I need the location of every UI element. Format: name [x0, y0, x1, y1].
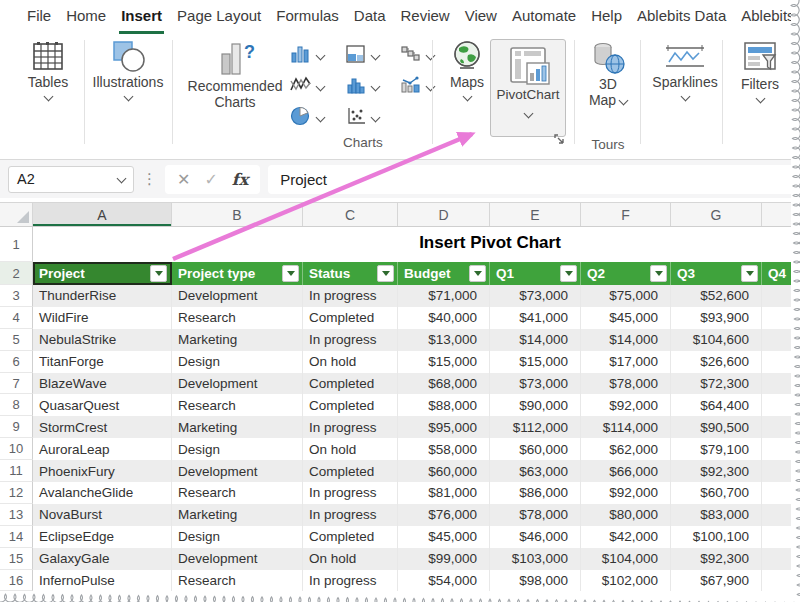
column-header-g[interactable]: G — [671, 203, 762, 226]
cell-project[interactable]: AvalancheGlide — [33, 482, 172, 504]
cell-q1[interactable]: $15,000 — [490, 351, 581, 373]
cell-q4[interactable] — [762, 394, 800, 416]
formula-input[interactable]: Project — [268, 165, 800, 194]
cell-status[interactable]: Completed — [303, 394, 398, 416]
pivotchart-button[interactable]: PivotChart — [490, 39, 566, 137]
waterfall-chart-button[interactable] — [400, 42, 434, 66]
cell-q2[interactable]: $45,000 — [581, 307, 671, 329]
cell-status[interactable]: On hold — [303, 351, 398, 373]
cell-status[interactable]: On hold — [303, 438, 398, 460]
filter-dropdown-button[interactable] — [469, 265, 486, 282]
cancel-entry-icon[interactable]: ✕ — [177, 170, 190, 189]
cell-project[interactable]: PhoenixFury — [33, 460, 172, 482]
recommended-charts-button[interactable]: ? Recommended Charts — [182, 40, 288, 110]
cell-status[interactable]: In progress — [303, 285, 398, 307]
cell-status[interactable]: In progress — [303, 482, 398, 504]
row-number[interactable]: 2 — [0, 262, 33, 285]
cell-q1[interactable]: $90,000 — [490, 394, 581, 416]
cell-status[interactable]: Completed — [303, 373, 398, 395]
filter-dropdown-button[interactable] — [150, 265, 167, 282]
filter-dropdown-button[interactable] — [741, 265, 758, 282]
cell-q3[interactable]: $92,300 — [671, 460, 762, 482]
cell-status[interactable]: In progress — [303, 504, 398, 526]
cell-q4[interactable] — [762, 285, 800, 307]
cell-project[interactable]: TitanForge — [33, 351, 172, 373]
cell-q2[interactable]: $78,000 — [581, 373, 671, 395]
cell-project[interactable]: InfernoPulse — [33, 570, 172, 592]
line-chart-button[interactable] — [290, 73, 324, 97]
cell-q4[interactable] — [762, 460, 800, 482]
hierarchy-chart-button[interactable] — [345, 42, 379, 66]
tab-review[interactable]: Review — [399, 2, 452, 34]
3d-map-button[interactable]: 3D Map — [580, 40, 636, 108]
cell-project[interactable]: NebulaStrike — [33, 329, 172, 351]
tab-insert[interactable]: Insert — [119, 2, 164, 34]
cell-project-type[interactable]: Development — [172, 285, 303, 307]
table-header-q1[interactable]: Q1 — [490, 262, 581, 285]
filters-button[interactable]: Filters — [728, 40, 792, 102]
filter-dropdown-button[interactable] — [282, 265, 299, 282]
cell-q2[interactable]: $102,000 — [581, 570, 671, 592]
table-header-project[interactable]: Project — [33, 262, 172, 285]
column-chart-button[interactable] — [290, 42, 324, 66]
cell-q4[interactable] — [762, 570, 800, 592]
cell-project[interactable]: EclipseEdge — [33, 526, 172, 548]
cell-budget[interactable]: $95,000 — [398, 416, 490, 438]
cell-project-type[interactable]: Research — [172, 482, 303, 504]
cell-status[interactable]: On hold — [303, 548, 398, 570]
column-header-c[interactable]: C — [303, 203, 398, 226]
filter-dropdown-button[interactable] — [377, 265, 394, 282]
tab-file[interactable]: File — [25, 2, 53, 34]
row-number[interactable]: 9 — [0, 416, 33, 438]
scatter-chart-button[interactable] — [345, 104, 379, 128]
cell-q4[interactable] — [762, 373, 800, 395]
cell-project-type[interactable]: Development — [172, 373, 303, 395]
tab-help[interactable]: Help — [589, 2, 624, 34]
sparklines-button[interactable]: Sparklines — [644, 40, 726, 100]
cell-project[interactable]: AuroraLeap — [33, 438, 172, 460]
tab-formulas[interactable]: Formulas — [274, 2, 341, 34]
cell-q1[interactable]: $98,000 — [490, 570, 581, 592]
cell-budget[interactable]: $68,000 — [398, 373, 490, 395]
cell-q1[interactable]: $86,000 — [490, 482, 581, 504]
column-header-e[interactable]: E — [490, 203, 581, 226]
cell-status[interactable]: In progress — [303, 329, 398, 351]
cell-q4[interactable] — [762, 482, 800, 504]
cell-q2[interactable]: $114,000 — [581, 416, 671, 438]
cell-q1[interactable]: $112,000 — [490, 416, 581, 438]
cell-q2[interactable]: $104,000 — [581, 548, 671, 570]
cell-q1[interactable]: $63,000 — [490, 460, 581, 482]
cell-budget[interactable]: $71,000 — [398, 285, 490, 307]
cell-q3[interactable]: $52,600 — [671, 285, 762, 307]
cell-budget[interactable]: $60,000 — [398, 460, 490, 482]
cell-status[interactable]: Completed — [303, 460, 398, 482]
cell-q3[interactable]: $67,900 — [671, 570, 762, 592]
cell-q4[interactable] — [762, 548, 800, 570]
cell-q1[interactable]: $73,000 — [490, 373, 581, 395]
cell-project[interactable]: StormCrest — [33, 416, 172, 438]
tab-automate[interactable]: Automate — [510, 2, 578, 34]
row-number[interactable]: 8 — [0, 394, 33, 416]
cell-q3[interactable]: $100,100 — [671, 526, 762, 548]
name-box[interactable]: A2 — [8, 166, 134, 193]
column-header-b[interactable]: B — [172, 203, 303, 226]
cell-q4[interactable] — [762, 438, 800, 460]
row-number[interactable]: 6 — [0, 351, 33, 373]
column-header-f[interactable]: F — [581, 203, 671, 226]
cell-project-type[interactable]: Marketing — [172, 504, 303, 526]
row-number[interactable]: 3 — [0, 285, 33, 307]
cell-q3[interactable]: $72,300 — [671, 373, 762, 395]
row-number[interactable]: 13 — [0, 504, 33, 526]
row-number[interactable]: 4 — [0, 307, 33, 329]
cell-q1[interactable]: $73,000 — [490, 285, 581, 307]
row-number[interactable]: 11 — [0, 460, 33, 482]
cell-budget[interactable]: $54,000 — [398, 570, 490, 592]
row-number[interactable]: 5 — [0, 329, 33, 351]
cell-q1[interactable]: $14,000 — [490, 329, 581, 351]
cell-q2[interactable]: $42,000 — [581, 526, 671, 548]
cell-status[interactable]: In progress — [303, 416, 398, 438]
cell-budget[interactable]: $88,000 — [398, 394, 490, 416]
cell-q3[interactable]: $60,700 — [671, 482, 762, 504]
cell-q1[interactable]: $46,000 — [490, 526, 581, 548]
cell-budget[interactable]: $99,000 — [398, 548, 490, 570]
